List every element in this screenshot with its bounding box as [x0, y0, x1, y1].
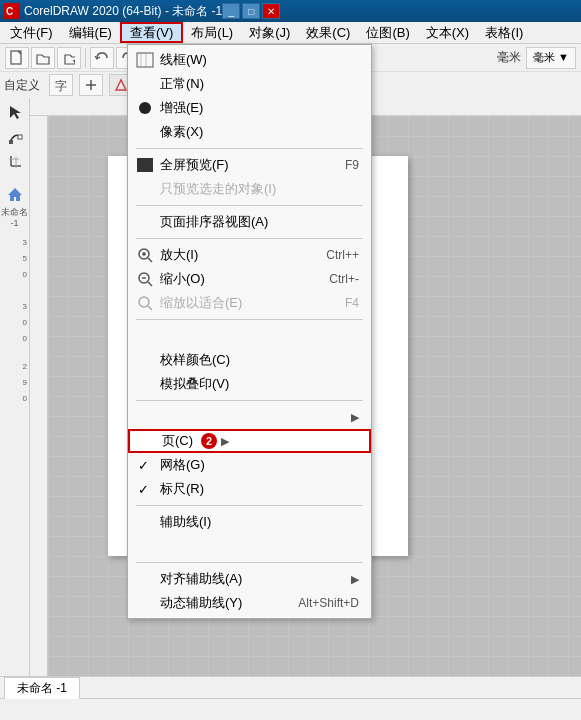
menu-snap-off[interactable]: 动态辅助线(Y) Alt+Shift+D — [128, 591, 371, 615]
fullscreen-label: 全屏预览(F) — [160, 156, 229, 174]
prop-icon-2[interactable] — [79, 74, 103, 96]
simulate-overprint-label: 校样颜色(C) — [160, 351, 230, 369]
menu-table[interactable]: 表格(I) — [477, 22, 531, 43]
select-tool[interactable] — [2, 100, 28, 124]
zoom-in-icon — [134, 245, 156, 265]
menu-grid[interactable]: 页(C) 2 ▶ — [128, 429, 371, 453]
svg-point-28 — [139, 102, 151, 114]
zoom-in-label: 放大(I) — [160, 246, 198, 264]
menu-zoom-in[interactable]: 放大(I) Ctrl++ — [128, 243, 371, 267]
svg-marker-11 — [116, 80, 126, 90]
wireframe-label: 线框(W) — [160, 51, 207, 69]
sep-4 — [136, 319, 363, 320]
menu-effects[interactable]: 效果(C) — [298, 22, 358, 43]
page-submenu-arrow: ▶ — [351, 411, 359, 424]
snap-guidelines-label: 辅助线(I) — [160, 513, 211, 531]
crop-tool[interactable] — [2, 150, 28, 174]
zoom-out-shortcut: Ctrl+- — [329, 272, 359, 286]
grid-badge-2: 2 — [201, 433, 217, 449]
menu-edit[interactable]: 编辑(E) — [61, 22, 120, 43]
view-dropdown-menu: 线框(W) 正常(N) 增强(E) 像素(X) 全屏预览(F) F9 — [127, 44, 372, 619]
menu-proof-color[interactable] — [128, 324, 371, 348]
zoom-fit-shortcut: F4 — [345, 296, 359, 310]
svg-rect-25 — [137, 53, 153, 67]
menu-view[interactable]: 查看(V) — [120, 22, 183, 43]
grid-label: 页(C) — [162, 432, 193, 450]
menu-page-sorter[interactable]: 页面排序器视图(A) — [128, 210, 371, 234]
menu-page[interactable]: ▶ — [128, 405, 371, 429]
menu-fullscreen[interactable]: 全屏预览(F) F9 — [128, 153, 371, 177]
menu-rasterize[interactable]: 模拟叠印(V) — [128, 372, 371, 396]
menu-layout[interactable]: 布局(L) — [183, 22, 241, 43]
pixel-label: 像素(X) — [160, 123, 203, 141]
rulers-label: 网格(G) — [160, 456, 205, 474]
zoom-out-icon — [134, 269, 156, 289]
zoom-fit-icon — [134, 293, 156, 313]
prop-icon-1[interactable]: 字 — [49, 74, 73, 96]
svg-marker-17 — [10, 106, 21, 119]
enhanced-icon — [134, 98, 156, 118]
zoom-out-label: 缩小(O) — [160, 270, 205, 288]
node-tool[interactable] — [2, 125, 28, 149]
left-toolbox: 未命名 -1 3 5 0 3 0 0 2 9 0 — [0, 98, 30, 676]
title-bar-text: CorelDRAW 2020 (64-Bit) - 未命名 -1 — [24, 3, 222, 20]
custom-label: 自定义 — [4, 77, 40, 94]
snap-label: 对齐辅助线(A) — [160, 570, 242, 588]
svg-rect-29 — [137, 158, 153, 172]
title-bar: C CorelDRAW 2020 (64-Bit) - 未命名 -1 _ □ ✕ — [0, 0, 581, 22]
undo-button[interactable] — [90, 47, 114, 69]
menu-normal[interactable]: 正常(N) — [128, 72, 371, 96]
menu-wireframe[interactable]: 线框(W) — [128, 48, 371, 72]
menu-zoom-fit: 缩放以适合(E) F4 — [128, 291, 371, 315]
window-controls: _ □ ✕ — [222, 3, 280, 19]
svg-text:字: 字 — [55, 79, 67, 92]
menu-pixel[interactable]: 像素(X) — [128, 120, 371, 144]
tab-unnamed-1[interactable]: 未命名 -1 — [4, 677, 80, 699]
menu-zoom-out[interactable]: 缩小(O) Ctrl+- — [128, 267, 371, 291]
unit-selector[interactable]: 毫米 ▼ — [526, 47, 576, 69]
rulers-checkmark: ✓ — [138, 458, 149, 473]
close-button[interactable]: ✕ — [262, 3, 280, 19]
menu-object[interactable]: 对象(J) — [241, 22, 298, 43]
sep-6 — [136, 505, 363, 506]
sep-5 — [136, 400, 363, 401]
svg-rect-19 — [18, 135, 22, 139]
page-sorter-label: 页面排序器视图(A) — [160, 213, 268, 231]
menu-snap-guidelines[interactable]: 辅助线(I) — [128, 510, 371, 534]
menu-bitmap[interactable]: 位图(B) — [358, 22, 417, 43]
svg-point-37 — [139, 297, 149, 307]
toolbar-sep-1 — [85, 48, 86, 68]
app-icon: C — [4, 3, 20, 19]
menu-guidelines[interactable]: ✓ 标尺(R) — [128, 477, 371, 501]
menu-text[interactable]: 文本(X) — [418, 22, 477, 43]
rasterize-label: 模拟叠印(V) — [160, 375, 229, 393]
snap-submenu-arrow: ▶ — [351, 573, 359, 586]
sep-1 — [136, 148, 363, 149]
menu-file[interactable]: 文件(F) — [2, 22, 61, 43]
zoom-in-shortcut: Ctrl++ — [326, 248, 359, 262]
maximize-button[interactable]: □ — [242, 3, 260, 19]
enhanced-label: 增强(E) — [160, 99, 203, 117]
new-button[interactable] — [5, 47, 29, 69]
menu-dynamic-guidelines[interactable] — [128, 534, 371, 558]
menu-preview-selected: 只预览选走的对象(I) — [128, 177, 371, 201]
normal-label: 正常(N) — [160, 75, 204, 93]
menu-simulate-overprint[interactable]: 校样颜色(C) — [128, 348, 371, 372]
fullscreen-icon — [134, 155, 156, 175]
page-title-label: 未命名 -1 — [0, 207, 29, 229]
open-recent-button[interactable]: ▼ — [57, 47, 81, 69]
menu-enhanced[interactable]: 增强(E) — [128, 96, 371, 120]
grid-submenu-arrow: ▶ — [221, 435, 229, 448]
minimize-button[interactable]: _ — [222, 3, 240, 19]
menu-bar: 文件(F) 编辑(E) 查看(V) 布局(L) 对象(J) 效果(C) 位图(B… — [0, 22, 581, 44]
svg-text:C: C — [6, 6, 13, 17]
wireframe-icon — [134, 50, 156, 70]
tab-bar: 未命名 -1 — [0, 676, 581, 698]
home-icon — [2, 182, 28, 206]
svg-rect-18 — [9, 140, 13, 144]
status-bar — [0, 698, 581, 720]
menu-rulers[interactable]: ✓ 网格(G) — [128, 453, 371, 477]
open-button[interactable] — [31, 47, 55, 69]
zoom-fit-label: 缩放以适合(E) — [160, 294, 242, 312]
menu-snap[interactable]: 对齐辅助线(A) ▶ — [128, 567, 371, 591]
